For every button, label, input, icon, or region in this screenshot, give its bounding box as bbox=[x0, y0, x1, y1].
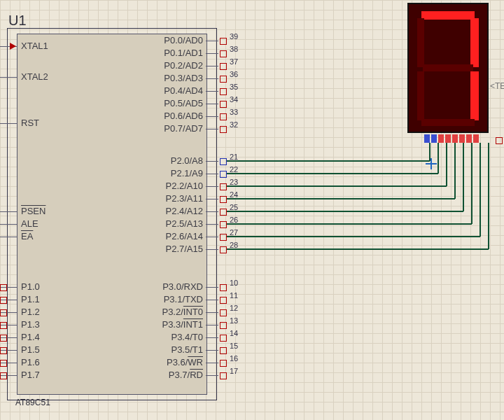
segment-g bbox=[423, 64, 473, 71]
right-pin-label: P3.1/TXD bbox=[164, 294, 203, 304]
pin-pad[interactable] bbox=[220, 126, 227, 133]
wire bbox=[227, 248, 489, 250]
display-extra-pad bbox=[496, 137, 503, 144]
pin-pad[interactable] bbox=[0, 297, 7, 304]
left-pin-label: PSEN bbox=[21, 206, 46, 216]
pin-pad[interactable] bbox=[220, 38, 227, 45]
pin-pad[interactable] bbox=[0, 322, 7, 329]
display-pin-bar bbox=[424, 134, 494, 143]
pin-pad[interactable] bbox=[220, 88, 227, 95]
left-pin-label: ALE bbox=[21, 218, 38, 229]
pin-pad[interactable] bbox=[220, 63, 227, 70]
pin-pad[interactable] bbox=[220, 113, 227, 120]
pin-pad[interactable] bbox=[0, 309, 7, 316]
wire bbox=[227, 236, 480, 237]
wire bbox=[227, 173, 438, 174]
right-pin-label: P3.5/T1 bbox=[171, 344, 203, 355]
right-pin-label: P2.4/A12 bbox=[166, 206, 204, 216]
left-pin-label: P1.7 bbox=[21, 370, 40, 380]
pin-number: 16 bbox=[230, 354, 238, 363]
left-pin-label: EA bbox=[21, 231, 33, 241]
pin-pad[interactable] bbox=[220, 335, 227, 342]
segment-e bbox=[417, 71, 424, 120]
wire bbox=[454, 143, 456, 199]
display-pin bbox=[459, 134, 465, 143]
display-pin bbox=[424, 134, 430, 143]
part-label: AT89C51 bbox=[15, 398, 50, 407]
seven-segment-display[interactable] bbox=[407, 3, 489, 133]
pin-pad[interactable] bbox=[220, 284, 227, 291]
display-text-label: <TE bbox=[490, 81, 504, 91]
pin-pad[interactable] bbox=[220, 234, 227, 241]
pin-stub bbox=[0, 237, 17, 237]
right-pin-label: P3.4/T0 bbox=[171, 332, 203, 342]
pin-stub bbox=[206, 375, 218, 376]
pin-pad[interactable] bbox=[220, 360, 227, 367]
pin-pad[interactable] bbox=[220, 76, 227, 83]
pin-stub bbox=[206, 363, 218, 363]
pin-stub bbox=[206, 350, 218, 351]
pin-pad[interactable] bbox=[220, 221, 227, 228]
left-pin-label: XTAL1 bbox=[21, 41, 48, 51]
pin-pad[interactable] bbox=[220, 101, 227, 108]
pin-number: 39 bbox=[230, 32, 238, 41]
wire bbox=[227, 160, 430, 162]
pin-pad[interactable] bbox=[220, 171, 227, 178]
pin-number: 38 bbox=[230, 45, 238, 53]
pin-pad[interactable] bbox=[220, 347, 227, 354]
pin-pad[interactable] bbox=[220, 246, 227, 253]
pin-stub bbox=[206, 237, 218, 237]
segment-a bbox=[421, 11, 475, 20]
pin-pad[interactable] bbox=[220, 50, 227, 57]
pin-stub bbox=[0, 123, 17, 124]
pin-stub bbox=[206, 249, 218, 250]
pin-pad[interactable] bbox=[220, 297, 227, 304]
pin-pad[interactable] bbox=[220, 183, 227, 190]
pin-pad[interactable] bbox=[0, 347, 7, 354]
pin-stub bbox=[206, 325, 218, 326]
pin-pad[interactable] bbox=[0, 284, 7, 291]
left-pin-label: P1.6 bbox=[21, 357, 40, 368]
wire bbox=[479, 143, 481, 237]
segment-d bbox=[421, 119, 475, 126]
right-pin-label: P2.3/A11 bbox=[166, 193, 204, 204]
pin-pad[interactable] bbox=[0, 335, 7, 342]
right-pin-label: P0.6/AD6 bbox=[164, 111, 203, 121]
pin-pad[interactable] bbox=[220, 158, 227, 165]
pin-stub bbox=[206, 116, 218, 117]
pin-pad[interactable] bbox=[0, 360, 7, 367]
pin-number: 17 bbox=[230, 367, 238, 375]
pin-stub bbox=[206, 41, 218, 41]
pin-stub bbox=[206, 129, 218, 130]
wire bbox=[227, 211, 463, 212]
left-pin-label: P1.4 bbox=[21, 332, 40, 342]
wire bbox=[227, 186, 447, 187]
right-pin-label: P2.6/A14 bbox=[166, 231, 204, 241]
pin-stub bbox=[206, 211, 218, 212]
display-pin bbox=[431, 134, 437, 143]
pin-number: 34 bbox=[230, 95, 238, 104]
left-pin-label: P1.1 bbox=[21, 294, 40, 304]
pin-number: 14 bbox=[230, 329, 238, 337]
display-pin bbox=[452, 134, 458, 143]
pin-number: 35 bbox=[230, 83, 238, 91]
right-pin-label: P3.6/WR bbox=[167, 357, 203, 368]
left-pin-label: P1.2 bbox=[21, 307, 40, 317]
pin-pad[interactable] bbox=[220, 322, 227, 329]
wire bbox=[429, 143, 430, 161]
arrow-icon bbox=[10, 43, 16, 50]
right-pin-label: P2.7/A15 bbox=[166, 244, 204, 254]
pin-pad[interactable] bbox=[220, 209, 227, 216]
pin-pad[interactable] bbox=[220, 196, 227, 203]
pin-number: 33 bbox=[230, 108, 238, 116]
right-pin-label: P3.2/INT0 bbox=[162, 307, 203, 317]
pin-pad[interactable] bbox=[220, 309, 227, 316]
pin-number: 13 bbox=[230, 316, 238, 325]
pin-stub bbox=[206, 53, 218, 54]
pin-pad[interactable] bbox=[0, 372, 7, 379]
pin-stub bbox=[0, 211, 17, 212]
pin-pad[interactable] bbox=[220, 372, 227, 379]
segment-b bbox=[470, 18, 479, 67]
pin-number: 10 bbox=[230, 279, 238, 287]
left-pin-label: P1.3 bbox=[21, 319, 40, 330]
